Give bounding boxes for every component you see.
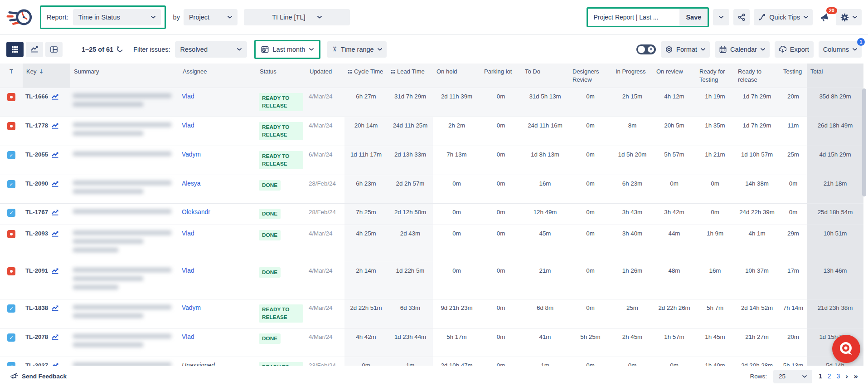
issue-trend-chart-icon[interactable] bbox=[52, 268, 59, 274]
cell-ready-for-testing: 1h 35m bbox=[696, 117, 734, 146]
calendar-button[interactable]: Calendar bbox=[715, 41, 770, 58]
settings-button[interactable] bbox=[836, 9, 862, 25]
status-badge: READY TO RELEASE bbox=[259, 122, 303, 140]
cell-ready-for-testing: 16m bbox=[696, 262, 734, 299]
issue-type-icon: ✓ bbox=[7, 304, 15, 313]
cell-ready-for-testing: 1h 9m bbox=[696, 225, 734, 262]
cell-designers-review: 0m bbox=[569, 146, 612, 175]
cell-on-review: 0m bbox=[653, 175, 696, 204]
vertical-scrollbar-thumb[interactable] bbox=[862, 88, 866, 196]
cell-testing: 20m bbox=[780, 88, 807, 117]
issue-trend-chart-icon[interactable] bbox=[52, 209, 59, 216]
issue-key-link[interactable]: TL-2078 bbox=[25, 333, 48, 340]
period-dropdown[interactable]: Last month bbox=[256, 41, 320, 58]
header-cycle-time[interactable]: Cycle Time bbox=[344, 64, 388, 88]
cell-key: TL-2090 bbox=[23, 175, 70, 204]
issue-key-link[interactable]: TL-2093 bbox=[25, 230, 48, 237]
cell-in-progress: 3h 40m bbox=[612, 225, 653, 262]
issue-key-link[interactable]: TL-1767 bbox=[25, 209, 48, 216]
format-button[interactable]: Format bbox=[661, 41, 710, 58]
refresh-icon[interactable] bbox=[116, 46, 123, 53]
cell-to-do: 12h 49m bbox=[521, 204, 569, 225]
quick-tips-button[interactable]: Quick Tips bbox=[754, 9, 813, 25]
rows-per-page-dropdown[interactable]: 25 bbox=[773, 370, 812, 383]
cell-on-hold: 2d 11h 39m bbox=[433, 88, 480, 117]
save-button[interactable]: Save bbox=[679, 9, 708, 26]
cell-lead-time: 31d 7h 29m bbox=[388, 88, 433, 117]
time-range-button[interactable]: ✂ Time range bbox=[327, 41, 386, 58]
cell-on-hold: 0m bbox=[433, 225, 480, 262]
assignee-link[interactable]: Vlad bbox=[182, 333, 194, 340]
group-by-dropdown[interactable]: Project bbox=[184, 9, 238, 25]
report-type-dropdown[interactable]: Time in Status bbox=[73, 9, 161, 25]
issue-trend-chart-icon[interactable] bbox=[52, 305, 59, 311]
cell-type: ✓ bbox=[0, 204, 23, 225]
assignee-link[interactable]: Vlad bbox=[182, 122, 194, 129]
issue-trend-chart-icon[interactable] bbox=[52, 181, 59, 187]
send-feedback-button[interactable]: Send Feedback bbox=[10, 372, 67, 381]
notifications-button[interactable]: 20 bbox=[817, 13, 832, 22]
assignee-link[interactable]: Alesya bbox=[182, 180, 200, 187]
header-lead-time[interactable]: Lead Time bbox=[388, 64, 433, 88]
status-badge: READY TO RELEASE bbox=[259, 151, 303, 169]
cell-testing: 29m bbox=[780, 225, 807, 262]
cell-total: 26d 18h 49m bbox=[807, 117, 863, 146]
project-dropdown[interactable]: TI Line [TL] bbox=[244, 9, 350, 25]
status-badge: READY TO RELEASE bbox=[259, 304, 303, 323]
chevron-down-icon bbox=[853, 16, 857, 19]
issue-key-link[interactable]: TL-2055 bbox=[25, 151, 48, 158]
issue-key-link[interactable]: TL-2091 bbox=[25, 267, 48, 274]
table-row: ✓ TL-2090 Alesya DONE 28/Feb/24 6h 23m 2… bbox=[0, 175, 863, 204]
page-3[interactable]: 3 bbox=[836, 373, 840, 380]
cell-updated: 4/Mar/24 bbox=[306, 299, 344, 328]
issue-key-link[interactable]: TL-1666 bbox=[25, 93, 48, 100]
issue-trend-chart-icon[interactable] bbox=[52, 334, 59, 340]
columns-button[interactable]: Columns 1 bbox=[819, 41, 862, 58]
board-view-button[interactable] bbox=[45, 42, 63, 57]
assignee-link[interactable]: Oleksandr bbox=[182, 209, 210, 216]
share-button[interactable] bbox=[733, 9, 750, 25]
header-key[interactable]: Key↓ bbox=[23, 64, 70, 88]
assignee-link[interactable]: Vlad bbox=[182, 93, 194, 100]
issue-key-link[interactable]: TL-1838 bbox=[25, 304, 48, 311]
cell-to-do: 41m bbox=[521, 328, 569, 357]
view-switcher bbox=[6, 42, 63, 57]
cell-lead-time: 1d 23h 44m bbox=[388, 328, 433, 357]
header-designers-review: Designers Review bbox=[569, 64, 612, 88]
assignee-link[interactable]: Vlad bbox=[182, 230, 194, 237]
save-options-button[interactable] bbox=[713, 9, 729, 25]
last-page-icon[interactable]: » bbox=[853, 372, 858, 381]
issue-key-link[interactable]: TL-2090 bbox=[25, 180, 48, 187]
issue-trend-chart-icon[interactable] bbox=[52, 230, 59, 237]
cell-lead-time: 1d 22h 5m bbox=[388, 262, 433, 299]
table-row: TL-1778 Vlad READY TO RELEASE 4/Mar/24 2… bbox=[0, 117, 863, 146]
cell-on-hold: 0m bbox=[433, 262, 480, 299]
cell-updated: 4/Mar/24 bbox=[306, 117, 344, 146]
support-chat-fab[interactable] bbox=[832, 335, 860, 363]
page-2[interactable]: 2 bbox=[828, 373, 831, 380]
issue-trend-chart-icon[interactable] bbox=[52, 152, 59, 158]
display-toggle[interactable]: × bbox=[636, 44, 656, 54]
next-page-icon[interactable]: › bbox=[845, 372, 848, 381]
issue-type-icon: ✓ bbox=[7, 151, 15, 159]
cell-ready-for-testing: 5h 7m bbox=[696, 299, 734, 328]
grid-view-button[interactable] bbox=[6, 42, 24, 57]
chart-view-button[interactable] bbox=[26, 42, 43, 57]
report-name-input[interactable]: Project Report | Last ... bbox=[588, 9, 675, 26]
cell-on-hold: 5h 17m bbox=[433, 328, 480, 357]
assignee-link[interactable]: Vadym bbox=[182, 151, 201, 158]
assignee-link[interactable]: Vlad bbox=[182, 267, 194, 274]
cell-type: ✓ bbox=[0, 299, 23, 328]
export-button[interactable]: Export bbox=[775, 41, 814, 58]
header-ready-to-release: Ready to release bbox=[734, 64, 780, 88]
assignee-link[interactable]: Vadym bbox=[182, 304, 201, 311]
issue-key-link[interactable]: TL-1778 bbox=[25, 122, 48, 129]
summary-redacted-text bbox=[73, 151, 176, 156]
issue-trend-chart-icon[interactable] bbox=[52, 122, 59, 129]
cell-summary bbox=[70, 175, 179, 204]
filter-issues-dropdown[interactable]: Resolved bbox=[175, 41, 247, 58]
export-download-icon bbox=[779, 46, 786, 53]
cell-assignee: Vlad bbox=[179, 88, 256, 117]
page-1[interactable]: 1 bbox=[819, 373, 822, 380]
issue-trend-chart-icon[interactable] bbox=[52, 93, 59, 100]
